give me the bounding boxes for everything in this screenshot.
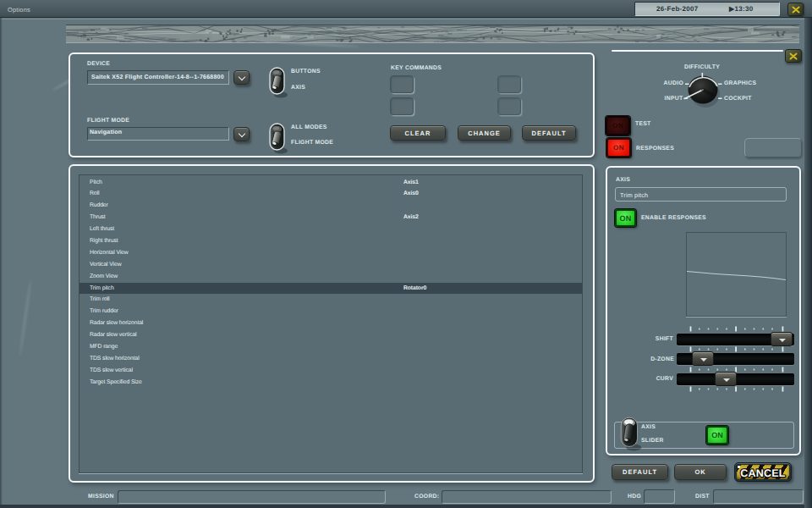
svg-text:CANCEL: CANCEL (740, 467, 785, 479)
